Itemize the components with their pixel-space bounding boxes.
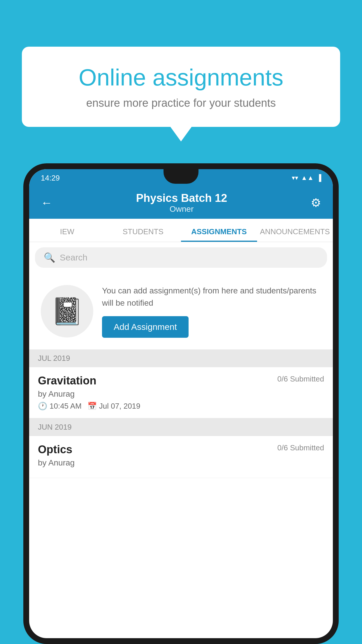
assignment-icon-circle: 📓 <box>41 285 93 337</box>
assignment-author-optics: by Anurag <box>38 458 324 468</box>
back-button[interactable]: ← <box>41 196 52 209</box>
assignment-submitted-gravitation: 0/6 Submitted <box>277 374 324 384</box>
assignment-top-optics: Optics 0/6 Submitted <box>38 443 324 456</box>
app-header: ← Physics Batch 12 Owner ⚙ <box>29 187 333 219</box>
assignment-time: 10:45 AM <box>50 402 82 411</box>
content-area: 🔍 Search 📓 You can add assignment(s) fro… <box>29 242 333 478</box>
header-center: Physics Batch 12 Owner <box>136 192 227 214</box>
tabs-bar: IEW STUDENTS ASSIGNMENTS ANNOUNCEMENTS <box>29 219 333 242</box>
tab-assignments[interactable]: ASSIGNMENTS <box>181 223 257 242</box>
bubble-subtitle: ensure more practice for your students <box>45 97 317 109</box>
speech-bubble: Online assignments ensure more practice … <box>22 47 340 127</box>
info-card: 📓 You can add assignment(s) from here an… <box>29 273 333 349</box>
assignment-item-optics[interactable]: Optics 0/6 Submitted by Anurag <box>29 436 333 478</box>
wifi-icon: ▾▾ <box>292 174 298 182</box>
phone-screen: 14:29 ▾▾ ▲▲ ▐ ← Physics Batch 12 Owner ⚙… <box>29 169 333 638</box>
assignment-title-optics: Optics <box>38 443 72 456</box>
date-meta: 📅 Jul 07, 2019 <box>87 402 140 411</box>
tab-students[interactable]: STUDENTS <box>105 223 181 242</box>
header-title: Physics Batch 12 <box>136 192 227 204</box>
assignment-item-gravitation[interactable]: Gravitation 0/6 Submitted by Anurag 🕐 10… <box>29 367 333 418</box>
info-text-area: You can add assignment(s) from here and … <box>102 285 321 338</box>
assignment-date: Jul 07, 2019 <box>99 402 140 411</box>
search-container: 🔍 Search <box>29 242 333 273</box>
section-header-jul: JUL 2019 <box>29 349 333 367</box>
notebook-icon: 📓 <box>51 296 83 327</box>
clock-icon: 🕐 <box>38 402 47 411</box>
time-meta: 🕐 10:45 AM <box>38 402 82 411</box>
bubble-title: Online assignments <box>45 64 317 91</box>
calendar-icon: 📅 <box>87 402 97 411</box>
battery-icon: ▐ <box>317 174 321 182</box>
status-icons: ▾▾ ▲▲ ▐ <box>292 174 321 182</box>
assignment-top: Gravitation 0/6 Submitted <box>38 374 324 387</box>
bubble-box: Online assignments ensure more practice … <box>22 47 340 127</box>
assignment-meta-gravitation: 🕐 10:45 AM 📅 Jul 07, 2019 <box>38 402 324 411</box>
info-description: You can add assignment(s) from here and … <box>102 285 321 309</box>
tab-iew[interactable]: IEW <box>29 223 105 242</box>
search-icon: 🔍 <box>44 252 55 263</box>
assignment-author-gravitation: by Anurag <box>38 389 324 399</box>
tab-announcements[interactable]: ANNOUNCEMENTS <box>257 223 333 242</box>
status-time: 14:29 <box>41 174 60 183</box>
phone-body: 14:29 ▾▾ ▲▲ ▐ ← Physics Batch 12 Owner ⚙… <box>23 163 339 644</box>
assignment-title-gravitation: Gravitation <box>38 374 96 387</box>
add-assignment-button[interactable]: Add Assignment <box>102 316 189 338</box>
search-bar[interactable]: 🔍 Search <box>35 247 327 268</box>
assignment-submitted-optics: 0/6 Submitted <box>277 443 324 452</box>
phone-mockup: 14:29 ▾▾ ▲▲ ▐ ← Physics Batch 12 Owner ⚙… <box>23 163 339 644</box>
settings-button[interactable]: ⚙ <box>311 196 321 209</box>
section-header-jun: JUN 2019 <box>29 418 333 436</box>
signal-icon: ▲▲ <box>301 174 314 182</box>
notch <box>164 169 198 184</box>
search-placeholder: Search <box>60 253 87 262</box>
header-subtitle: Owner <box>136 204 227 214</box>
